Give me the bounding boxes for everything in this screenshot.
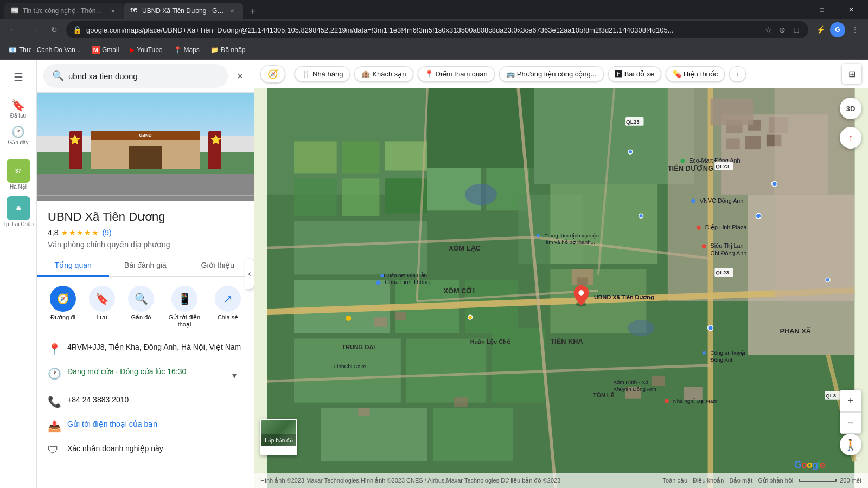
- clear-search-button[interactable]: ✕: [232, 68, 247, 84]
- bookmark-star-icon[interactable]: ☆: [763, 24, 774, 35]
- verify-icon: 🛡: [48, 444, 61, 457]
- review-count[interactable]: (9): [102, 228, 111, 237]
- tab2-close[interactable]: ✕: [228, 7, 237, 15]
- address-icons: ☆ ⊕ □: [763, 24, 802, 35]
- send-phone-row[interactable]: 📤 Gửi tới điện thoại của bạn: [37, 414, 254, 438]
- tab-gioi-thieu[interactable]: Giới thiệu: [182, 254, 254, 276]
- save-icon-circle: 🔖: [89, 286, 115, 312]
- bookmark-mail-label: Thư - Canh Do Van...: [19, 46, 81, 54]
- svg-rect-8: [342, 141, 380, 173]
- svg-rect-52: [652, 376, 665, 386]
- toancau-link[interactable]: Toàn cầu: [663, 477, 688, 484]
- share-label: Chia sẻ: [218, 314, 238, 321]
- bookmark-youtube[interactable]: ▶ YouTube: [125, 44, 167, 56]
- verify-row[interactable]: 🛡 Xác nhận doanh nghiệp này: [37, 438, 254, 462]
- filter-parking[interactable]: 🅿 Bãi đỗ xe: [608, 66, 661, 82]
- nearby-button[interactable]: 🔍 Gần đó: [128, 286, 154, 328]
- back-button[interactable]: ←: [4, 21, 22, 38]
- forward-button[interactable]: →: [25, 21, 42, 38]
- filter-restaurant[interactable]: 🍴 Nhà hàng: [295, 66, 350, 82]
- filter-more[interactable]: ›: [729, 66, 745, 82]
- zoom-in-button[interactable]: +: [840, 390, 861, 412]
- detail-tabs: Tổng quan Bài đánh giá Giới thiệu: [37, 254, 254, 277]
- filter-hotel[interactable]: 🏨 Khách sạn: [354, 66, 413, 82]
- svg-text:Công an huyện: Công an huyện: [711, 350, 747, 356]
- profile-button[interactable]: G: [830, 22, 845, 37]
- address-row: 📍 4RVM+JJ8, Tiền Kha, Đông Anh, Hà Nội, …: [37, 337, 254, 361]
- filter-compass[interactable]: 🧭: [260, 65, 285, 83]
- screenshare-icon[interactable]: □: [791, 24, 802, 35]
- reload-button[interactable]: ↻: [46, 21, 63, 38]
- address-bar[interactable]: 🔒 google.com/maps/place/UBND+Xã+Tiên+Dươ…: [66, 21, 808, 38]
- extension-icon[interactable]: ⊕: [777, 24, 788, 35]
- hanoi-thumbnail: 37: [7, 159, 30, 183]
- verify-content: Xác nhận doanh nghiệp này: [67, 444, 243, 453]
- gopy-link[interactable]: Gửi phản hồi: [758, 477, 793, 484]
- bookmark-imported-label: Đã nhập: [221, 46, 246, 54]
- maximize-button[interactable]: □: [809, 1, 834, 18]
- search-box-row: 🔍 ✕: [37, 60, 254, 93]
- svg-rect-7: [294, 141, 337, 173]
- baomat-link[interactable]: Bảo mật: [729, 477, 752, 484]
- share-button[interactable]: ↗ Chia sẻ: [215, 286, 241, 328]
- tab-2[interactable]: 🗺 UBND Xã Tiên Dương - Google M... ✕: [124, 3, 243, 19]
- hamburger-menu-button[interactable]: ☰: [5, 64, 31, 90]
- sidebar-laichau[interactable]: 🏔 Tp. Lai Châu: [0, 194, 37, 229]
- tab-1[interactable]: 📰 Tin tức công nghệ - Thông tin th... ✕: [4, 3, 124, 19]
- sidebar-hanoi[interactable]: 37 Hà Nội: [0, 157, 37, 192]
- save-button[interactable]: 🔖 Lưu: [89, 286, 115, 328]
- minimize-button[interactable]: —: [780, 1, 805, 18]
- bookmark-imported[interactable]: 📁 Đã nhập: [206, 44, 250, 56]
- svg-point-75: [702, 244, 706, 248]
- svg-text:PHAN XÃ: PHAN XÃ: [780, 327, 811, 335]
- bookmark-maps[interactable]: 📍 Maps: [169, 44, 204, 56]
- zoom-out-button[interactable]: −: [840, 412, 861, 434]
- tab1-close[interactable]: ✕: [108, 7, 117, 15]
- tab1-favicon: 📰: [11, 7, 20, 15]
- search-input-wrap[interactable]: 🔍: [43, 64, 228, 88]
- svg-rect-22: [406, 338, 487, 402]
- send-phone-label: Gửi tới điện thoại: [167, 314, 202, 328]
- menu-button[interactable]: ⋮: [846, 21, 864, 38]
- bookmark-mail[interactable]: 📧 Thư - Canh Do Van...: [4, 44, 85, 56]
- close-button[interactable]: ✕: [839, 1, 864, 18]
- youtube-bookmark-icon: ▶: [130, 46, 135, 54]
- tab-bai-danh-gia[interactable]: Bài đánh giá: [109, 254, 181, 276]
- panel-collapse-button[interactable]: ‹: [245, 259, 254, 289]
- layer-toggle-button[interactable]: Lớp bản đồ: [260, 419, 297, 455]
- map-area[interactable]: 🧭 🍴 Nhà hàng 🏨 Khách sạn 📍 Điểm tham qua…: [254, 60, 868, 488]
- nearby-label: Gần đây: [8, 139, 28, 145]
- new-tab-button[interactable]: +: [245, 4, 260, 19]
- directions-button[interactable]: 🧭 Đường đi: [50, 286, 76, 328]
- sidebar-nearby[interactable]: 🕐 Gần đây: [0, 123, 37, 147]
- hours-text: Đang mở cửa · Đóng cửa lúc 16:30: [67, 367, 186, 376]
- grid-view-button[interactable]: ⊞: [842, 64, 861, 84]
- laichau-label: Tp. Lai Châu: [3, 221, 34, 227]
- map-satellite[interactable]: XÓM LẠC XÓM CỜI TRUNG OAI Huân Lộc Chế T…: [254, 88, 868, 488]
- send-phone-button[interactable]: 📱 Gửi tới điện thoại: [167, 286, 202, 328]
- star-4: ★: [84, 228, 91, 237]
- hours-expand-button[interactable]: ▾: [226, 367, 243, 384]
- filter-pharmacy[interactable]: 💊 Hiệu thuốc: [666, 66, 725, 82]
- dieukhoản-link[interactable]: Điều khoản: [693, 477, 724, 484]
- compass-icon: ↑: [848, 132, 853, 144]
- svg-text:làm và hỗ trợ thanh...: làm và hỗ trợ thanh...: [544, 239, 595, 245]
- compass-button[interactable]: ↑: [840, 127, 861, 149]
- svg-text:XÓM LẠC: XÓM LẠC: [449, 244, 481, 252]
- svg-rect-38: [577, 277, 588, 285]
- extensions-button[interactable]: ⚡: [812, 21, 829, 38]
- tab-tong-quan[interactable]: Tổng quan: [37, 254, 109, 276]
- bookmark-gmail[interactable]: M Gmail: [87, 44, 124, 56]
- filter-transit[interactable]: 🚌 Phương tiện công cộng...: [499, 66, 604, 82]
- street-view-button[interactable]: 🚶: [840, 434, 861, 455]
- rating-row: 4,8 ★ ★ ★ ★ ★ (9): [37, 226, 254, 239]
- sidebar-saved[interactable]: 🔖 Đã lưu: [0, 97, 37, 121]
- filter-attraction[interactable]: 📍 Điểm tham quan: [418, 66, 495, 82]
- svg-text:Đông Anh: Đông Anh: [711, 357, 734, 363]
- 3d-button[interactable]: 3D: [840, 98, 861, 119]
- search-input[interactable]: [68, 72, 219, 81]
- svg-text:TÔN LÊ: TÔN LÊ: [593, 392, 615, 399]
- filter-restaurant-label: Nhà hàng: [312, 70, 343, 78]
- address-icon: 📍: [48, 343, 61, 356]
- svg-rect-49: [358, 408, 370, 416]
